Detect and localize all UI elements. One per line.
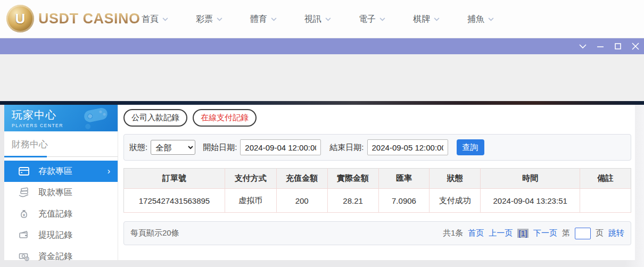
top-navbar: U USDT CASINO 首頁 彩票 體育 視訊 電子 棋牌 捕魚 xyxy=(0,0,644,38)
chevron-down-icon xyxy=(325,18,331,21)
chevron-down-icon xyxy=(217,18,222,21)
window-titlebar xyxy=(0,38,644,54)
backdrop-band xyxy=(0,101,644,105)
jump-suffix-label: 页 xyxy=(596,228,604,238)
tab-online-payment-records[interactable]: 在線支付記錄 xyxy=(193,109,257,127)
status-select[interactable]: 全部 xyxy=(151,140,195,155)
sidebar-section-title: 財務中心 xyxy=(4,131,118,154)
page-size-text: 每頁顯示20條 xyxy=(130,228,179,238)
sidebar-item-label: 充值記錄 xyxy=(38,208,72,220)
close-icon[interactable] xyxy=(631,42,640,51)
cell-status: 支付成功 xyxy=(430,189,481,213)
jump-action-link[interactable]: 跳转 xyxy=(608,228,624,238)
chevron-down-icon xyxy=(434,18,440,21)
brand-logo-badge-icon: U xyxy=(6,5,34,32)
sidebar-item-fund-records[interactable]: ¥ 資金記錄 xyxy=(4,246,118,267)
search-button[interactable]: 查詢 xyxy=(457,139,484,155)
nav-item-label: 電子 xyxy=(359,14,376,25)
pagination-controls: 共1条 首页 上一页 [1] 下一页 第 页 跳转 xyxy=(443,228,624,239)
jump-prefix-label: 第 xyxy=(562,228,570,238)
sidebar-item-label: 提現記錄 xyxy=(38,230,72,241)
sidebar-header: 玩家中心 PLAYERS CENTER xyxy=(4,105,118,131)
window-controls xyxy=(579,38,640,54)
cell-exchange-rate: 7.0906 xyxy=(378,189,430,213)
brand-logo[interactable]: U USDT CASINO xyxy=(6,5,141,32)
nav-item-video[interactable]: 視訊 xyxy=(304,14,331,25)
main-menu: 首頁 彩票 體育 視訊 電子 棋牌 捕魚 xyxy=(142,0,494,38)
maximize-icon[interactable] xyxy=(614,42,622,51)
main-content: 公司入款記錄 在線支付記錄 狀態: 全部 開始日期: 結束日期: 查詢 訂單號 xyxy=(118,105,635,260)
current-page-indicator: [1] xyxy=(517,229,529,238)
nav-item-fishing[interactable]: 捕魚 xyxy=(467,14,494,25)
sidebar-item-withdrawal-records[interactable]: 提現記錄 xyxy=(4,224,118,246)
col-remark: 備註 xyxy=(580,169,631,189)
section-divider xyxy=(4,156,118,157)
svg-text:¥: ¥ xyxy=(23,213,26,218)
chevron-right-icon: › xyxy=(108,166,110,176)
chevron-down-icon xyxy=(162,18,168,21)
svg-text:¥: ¥ xyxy=(26,257,28,261)
nav-item-label: 首頁 xyxy=(142,14,159,25)
minimize-icon[interactable] xyxy=(596,42,605,51)
wallet-icon xyxy=(18,229,30,241)
sidebar-item-deposit-zone[interactable]: 存款專區 › xyxy=(4,161,118,182)
sidebar-item-label: 取款專區 xyxy=(38,187,72,198)
chevron-down-icon xyxy=(488,18,494,21)
cell-remark xyxy=(580,189,631,213)
end-date-label: 結束日期: xyxy=(329,143,364,153)
hand-money-icon xyxy=(18,187,30,198)
nav-item-label: 捕魚 xyxy=(467,14,484,25)
nav-item-lottery[interactable]: 彩票 xyxy=(196,14,222,25)
cell-order-number: 1725427431563895 xyxy=(124,189,225,213)
col-exchange-rate: 匯率 xyxy=(378,169,430,189)
cell-actual-amount: 28.21 xyxy=(327,189,378,213)
col-actual-amount: 實際金額 xyxy=(327,169,378,189)
sidebar-item-label: 存款專區 xyxy=(38,166,72,177)
jump-page-input[interactable] xyxy=(575,228,591,239)
prev-page-link[interactable]: 上一页 xyxy=(489,228,513,238)
sidebar-item-withdraw-zone[interactable]: 取款專區 xyxy=(4,182,118,203)
table-header-row: 訂單號 支付方式 充值金額 實際金額 匯率 狀態 時間 備註 xyxy=(124,169,631,189)
col-time: 時間 xyxy=(481,169,580,189)
col-recharge-amount: 充值金額 xyxy=(276,169,327,189)
workspace: 玩家中心 PLAYERS CENTER 財務中心 xyxy=(0,105,644,267)
nav-item-sports[interactable]: 體育 xyxy=(250,14,277,25)
table-row: 1725427431563895 虚拟币 200 28.21 7.0906 支付… xyxy=(124,189,631,213)
first-page-link[interactable]: 首页 xyxy=(468,228,484,238)
sidebar: 玩家中心 PLAYERS CENTER 財務中心 xyxy=(4,105,118,260)
nav-item-home[interactable]: 首頁 xyxy=(142,14,168,25)
cell-recharge-amount: 200 xyxy=(276,189,327,213)
record-tabs: 公司入款記錄 在線支付記錄 xyxy=(123,109,631,127)
records-table: 訂單號 支付方式 充值金額 實際金額 匯率 狀態 時間 備註 172542743… xyxy=(123,168,631,213)
sidebar-item-label: 資金記錄 xyxy=(38,251,72,262)
nav-item-label: 彩票 xyxy=(196,14,213,25)
col-payment-method: 支付方式 xyxy=(225,169,276,189)
start-date-label: 開始日期: xyxy=(203,143,237,153)
nav-item-label: 棋牌 xyxy=(413,14,430,25)
start-date-input[interactable] xyxy=(240,139,321,155)
brand-name: USDT CASINO xyxy=(38,11,141,27)
col-status: 狀態 xyxy=(430,169,481,189)
nav-item-slots[interactable]: 電子 xyxy=(359,14,385,25)
fund-note-icon: ¥ xyxy=(18,251,30,262)
pagination-bar: 每頁顯示20條 共1条 首页 上一页 [1] 下一页 第 页 跳转 xyxy=(123,221,631,245)
chevron-down-icon xyxy=(379,18,385,21)
col-order-number: 訂單號 xyxy=(124,169,225,189)
chevron-down-icon[interactable] xyxy=(579,42,587,51)
brand-logo-letter: U xyxy=(15,11,26,27)
money-bag-icon: ¥ xyxy=(18,208,30,220)
tab-company-deposit-records[interactable]: 公司入款記錄 xyxy=(123,109,187,127)
nav-item-label: 體育 xyxy=(250,14,267,25)
sidebar-menu: 存款專區 › 取款專區 ¥ 充值記錄 xyxy=(4,161,118,267)
cell-time: 2024-09-04 13:23:51 xyxy=(481,189,580,213)
empty-zone xyxy=(0,54,644,101)
end-date-input[interactable] xyxy=(367,139,448,155)
bank-card-icon xyxy=(18,165,30,177)
total-count-text: 共1条 xyxy=(443,228,463,238)
sidebar-item-recharge-records[interactable]: ¥ 充值記錄 xyxy=(4,203,118,224)
status-label: 狀態: xyxy=(129,143,147,153)
chevron-down-icon xyxy=(271,18,277,21)
player-center-panel: 玩家中心 PLAYERS CENTER 財務中心 xyxy=(4,105,635,260)
next-page-link[interactable]: 下一页 xyxy=(533,228,557,238)
nav-item-boardgames[interactable]: 棋牌 xyxy=(413,14,440,25)
